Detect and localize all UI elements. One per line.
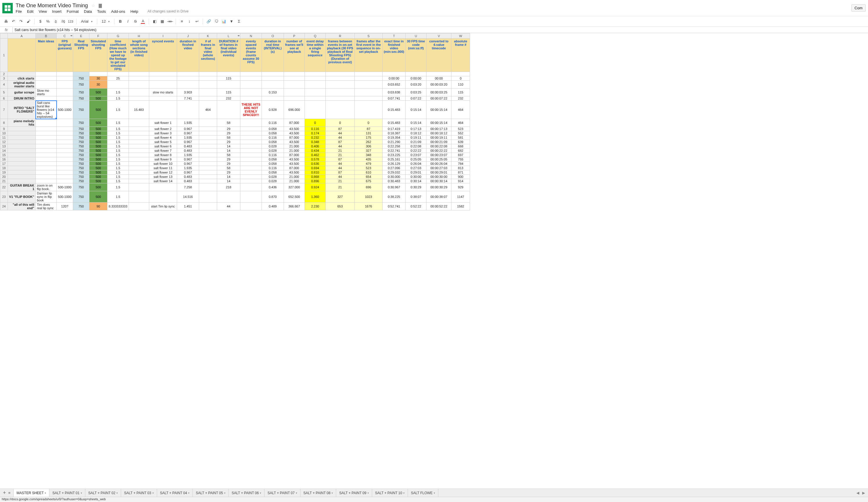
cell[interactable] xyxy=(261,72,283,76)
cell[interactable]: 0.028 xyxy=(261,175,283,179)
cell[interactable] xyxy=(354,88,382,96)
cell[interactable]: 750 xyxy=(73,136,90,140)
cell[interactable] xyxy=(283,76,304,81)
cell[interactable]: 813 xyxy=(452,166,470,170)
cell[interactable]: 500 xyxy=(90,175,107,179)
cell[interactable]: 0.116 xyxy=(261,136,283,140)
font-select[interactable]: Arial xyxy=(80,18,94,24)
cell[interactable]: 0.028 xyxy=(261,149,283,153)
col-header-K[interactable]: K xyxy=(199,33,217,39)
cell[interactable]: 500 xyxy=(90,170,107,175)
cell[interactable] xyxy=(128,144,149,149)
cell[interactable]: 750 xyxy=(73,202,90,210)
cell[interactable]: salt flower 13 xyxy=(149,175,177,179)
cell[interactable]: 0:30.483 xyxy=(382,179,405,184)
cell[interactable]: 784 xyxy=(452,161,470,166)
cell[interactable]: 0:17.419 xyxy=(382,127,405,131)
row-header[interactable]: 16 xyxy=(0,157,8,161)
cell[interactable]: 131 xyxy=(354,131,382,136)
cell[interactable]: 58 xyxy=(217,153,240,157)
cell[interactable]: 1676 xyxy=(354,202,382,210)
cell[interactable]: 87.000 xyxy=(283,153,304,157)
cell[interactable] xyxy=(240,149,261,153)
cell[interactable]: 0.870 xyxy=(261,191,283,202)
cell[interactable]: 1.5 xyxy=(107,166,128,170)
cell[interactable]: salt flower 1 xyxy=(149,119,177,127)
cell[interactable]: 500 xyxy=(90,101,107,119)
cell[interactable]: 0:21.290 xyxy=(382,140,405,144)
tab-scroll-left-icon[interactable]: ◀ xyxy=(856,491,859,495)
cell[interactable]: 115 xyxy=(452,88,470,96)
cell[interactable]: salt flower 2 xyxy=(149,127,177,131)
cell[interactable]: click starts xyxy=(8,76,36,81)
cell[interactable] xyxy=(36,170,56,175)
col-header-E[interactable]: E xyxy=(73,33,90,39)
cell[interactable]: 500 xyxy=(90,136,107,140)
add-sheet-icon[interactable]: + xyxy=(3,490,6,496)
cell[interactable]: 464 xyxy=(452,119,470,127)
cell[interactable]: salt flower 14 xyxy=(149,179,177,184)
cell[interactable]: 552 xyxy=(452,131,470,136)
cell[interactable] xyxy=(326,81,354,88)
cell[interactable]: 58 xyxy=(217,136,240,140)
cell[interactable] xyxy=(8,166,36,170)
cell[interactable]: 0.483 xyxy=(177,144,199,149)
cell[interactable] xyxy=(354,101,382,119)
sheet-scroll-area[interactable]: ABC◂▸EFGHIJKL◂▸NOPQRSTUVW 1Main ideasFPS… xyxy=(0,33,868,489)
cell[interactable]: salt flower 9 xyxy=(149,157,177,161)
cell[interactable]: 0.896 xyxy=(304,179,326,184)
menu-tools[interactable]: Tools xyxy=(97,9,106,14)
cell[interactable] xyxy=(90,72,107,76)
cell[interactable]: 1.360 xyxy=(304,191,326,202)
row-header[interactable]: 14 xyxy=(0,149,8,153)
cell[interactable] xyxy=(56,170,73,175)
cell[interactable] xyxy=(240,161,261,166)
cell[interactable]: 44 xyxy=(326,144,354,149)
cell[interactable] xyxy=(8,131,36,136)
cell[interactable] xyxy=(128,127,149,131)
cell[interactable]: 00:00:18:12 xyxy=(426,131,452,136)
cell[interactable] xyxy=(107,72,128,76)
col-header-R[interactable]: R xyxy=(326,33,354,39)
cell[interactable]: 3.903 xyxy=(177,88,199,96)
cell[interactable]: 14 xyxy=(217,175,240,179)
cell[interactable]: 0.058 xyxy=(261,170,283,175)
cell[interactable]: 366.667 xyxy=(283,202,304,210)
cell[interactable] xyxy=(128,119,149,127)
cell[interactable] xyxy=(199,127,217,131)
cell[interactable]: 500 xyxy=(90,191,107,202)
cell[interactable]: 0:03.652 xyxy=(382,81,405,88)
cell[interactable]: 1.5 xyxy=(107,184,128,191)
cell[interactable] xyxy=(240,144,261,149)
cell[interactable] xyxy=(149,76,177,81)
cell[interactable]: 00:00:30:29 xyxy=(426,184,452,191)
cell[interactable]: 0.967 xyxy=(177,131,199,136)
row-header[interactable]: 24 xyxy=(0,202,8,210)
cell[interactable]: 479 xyxy=(354,161,382,166)
cell[interactable] xyxy=(240,72,261,76)
cell[interactable]: 0.483 xyxy=(177,149,199,153)
cell[interactable]: salt flower 4 xyxy=(149,136,177,140)
currency-icon[interactable]: $ xyxy=(38,19,43,23)
cell[interactable]: 0:38:07 xyxy=(405,191,426,202)
cell[interactable]: 43.500 xyxy=(283,131,304,136)
cell[interactable]: 0:27.096 xyxy=(382,166,405,170)
cell[interactable] xyxy=(8,157,36,161)
cell[interactable] xyxy=(240,81,261,88)
cell[interactable]: 00:00:29:01 xyxy=(426,170,452,175)
cell[interactable]: 696 xyxy=(354,184,382,191)
cell[interactable] xyxy=(240,131,261,136)
cell[interactable]: 21 xyxy=(326,149,354,153)
row-header[interactable]: 18 xyxy=(0,166,8,170)
cell[interactable] xyxy=(326,76,354,81)
cell[interactable]: 0:30:29 xyxy=(405,184,426,191)
cell[interactable] xyxy=(107,81,128,88)
row-header[interactable]: 21 xyxy=(0,179,8,184)
cell[interactable] xyxy=(261,76,283,81)
percent-icon[interactable]: % xyxy=(45,19,51,23)
valign-icon[interactable]: ↕ xyxy=(186,19,192,23)
cell[interactable] xyxy=(283,81,304,88)
cell[interactable] xyxy=(240,191,261,202)
cell[interactable]: 90 xyxy=(90,202,107,210)
cell[interactable]: 750 xyxy=(73,81,90,88)
